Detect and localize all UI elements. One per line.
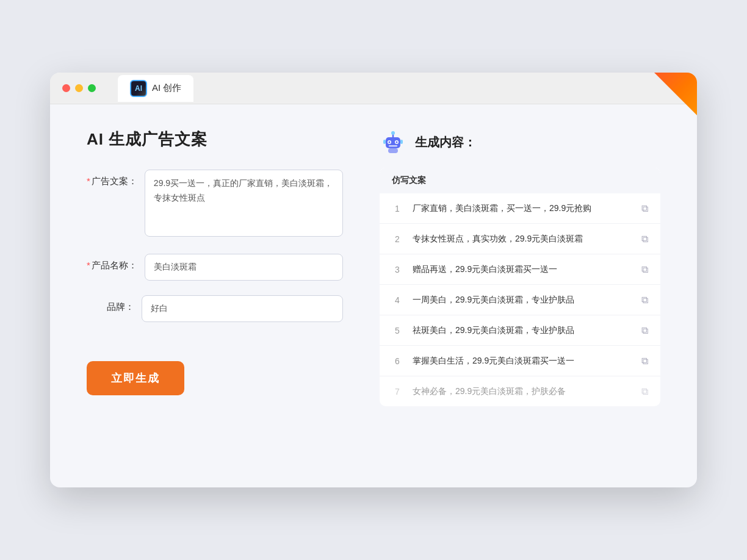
- ai-logo-icon: AI: [130, 80, 147, 97]
- traffic-lights: [62, 84, 96, 92]
- row-text: 专抹女性斑点，真实功效，29.9元美白淡斑霜: [413, 232, 632, 245]
- required-star: *: [87, 176, 90, 186]
- row-number: 2: [392, 234, 403, 244]
- main-content: AI 生成广告文案 *广告文案： *产品名称：: [50, 104, 697, 483]
- row-text: 女神必备，29.9元美白淡斑霜，护肤必备: [413, 385, 632, 398]
- svg-point-5: [389, 142, 391, 143]
- generate-button[interactable]: 立即生成: [87, 361, 184, 395]
- copy-icon[interactable]: ⧉: [641, 356, 648, 367]
- row-number: 3: [392, 265, 403, 275]
- row-number: 4: [392, 295, 403, 305]
- row-number: 6: [392, 356, 403, 366]
- browser-window: AI AI 创作 AI 生成广告文案 *广告文案： *产品名称：: [50, 73, 697, 487]
- row-number: 7: [392, 387, 403, 397]
- result-header: 生成内容：: [380, 129, 660, 156]
- row-text: 祛斑美白，29.9元美白淡斑霜，专业护肤品: [413, 324, 632, 337]
- result-title: 生成内容：: [415, 134, 476, 151]
- right-panel: 生成内容： 仿写文案 1厂家直销，美白淡斑霜，买一送一，29.9元抢购⧉2专抹女…: [380, 129, 660, 458]
- close-button[interactable]: [62, 84, 70, 92]
- svg-rect-8: [388, 148, 398, 153]
- row-text: 厂家直销，美白淡斑霜，买一送一，29.9元抢购: [413, 202, 632, 215]
- row-number: 1: [392, 204, 403, 214]
- titlebar: AI AI 创作: [50, 73, 697, 104]
- page-title: AI 生成广告文案: [87, 129, 343, 150]
- table-row: 1厂家直销，美白淡斑霜，买一送一，29.9元抢购⧉: [380, 193, 660, 224]
- product-name-input-area: [145, 254, 343, 281]
- row-text: 赠品再送，29.9元美白淡斑霜买一送一: [413, 263, 632, 276]
- product-name-input[interactable]: [145, 254, 343, 281]
- ai-tab[interactable]: AI AI 创作: [118, 75, 193, 102]
- table-row: 2专抹女性斑点，真实功效，29.9元美白淡斑霜⧉: [380, 224, 660, 254]
- table-row: 5祛斑美白，29.9元美白淡斑霜，专业护肤品⧉: [380, 315, 660, 346]
- svg-point-6: [396, 142, 398, 143]
- row-text: 一周美白，29.9元美白淡斑霜，专业护肤品: [413, 293, 632, 306]
- svg-rect-7: [389, 145, 397, 147]
- left-panel: AI 生成广告文案 *广告文案： *产品名称：: [87, 129, 343, 458]
- brand-row: 品牌：: [87, 295, 343, 322]
- row-number: 5: [392, 326, 403, 336]
- result-rows-container: 1厂家直销，美白淡斑霜，买一送一，29.9元抢购⧉2专抹女性斑点，真实功效，29…: [380, 193, 660, 406]
- copy-icon[interactable]: ⧉: [641, 386, 648, 397]
- robot-icon: [380, 129, 406, 156]
- svg-point-2: [391, 131, 395, 135]
- product-name-label: *产品名称：: [87, 254, 145, 271]
- copy-icon[interactable]: ⧉: [641, 234, 648, 245]
- brand-input-area: [142, 295, 343, 322]
- brand-label: 品牌：: [87, 295, 142, 313]
- ad-copy-input-area: [145, 170, 343, 239]
- table-row: 6掌握美白生活，29.9元美白淡斑霜买一送一⧉: [380, 346, 660, 376]
- tab-label: AI 创作: [152, 82, 181, 94]
- svg-rect-9: [383, 140, 386, 144]
- svg-rect-10: [400, 140, 403, 144]
- copy-icon[interactable]: ⧉: [641, 325, 648, 336]
- ad-copy-row: *广告文案：: [87, 170, 343, 239]
- result-table-header: 仿写文案: [380, 168, 660, 193]
- ad-copy-textarea[interactable]: [145, 170, 343, 237]
- product-name-row: *产品名称：: [87, 254, 343, 281]
- required-star-2: *: [87, 260, 90, 270]
- maximize-button[interactable]: [88, 84, 96, 92]
- copy-icon[interactable]: ⧉: [641, 295, 648, 306]
- copy-icon[interactable]: ⧉: [641, 264, 648, 275]
- brand-input[interactable]: [142, 295, 343, 322]
- copy-icon[interactable]: ⧉: [641, 203, 648, 214]
- table-row: 4一周美白，29.9元美白淡斑霜，专业护肤品⧉: [380, 285, 660, 315]
- result-table: 仿写文案 1厂家直销，美白淡斑霜，买一送一，29.9元抢购⧉2专抹女性斑点，真实…: [380, 168, 660, 406]
- table-row: 7女神必备，29.9元美白淡斑霜，护肤必备⧉: [380, 376, 660, 406]
- ad-copy-label: *广告文案：: [87, 170, 145, 187]
- minimize-button[interactable]: [75, 84, 83, 92]
- table-row: 3赠品再送，29.9元美白淡斑霜买一送一⧉: [380, 254, 660, 285]
- row-text: 掌握美白生活，29.9元美白淡斑霜买一送一: [413, 354, 632, 367]
